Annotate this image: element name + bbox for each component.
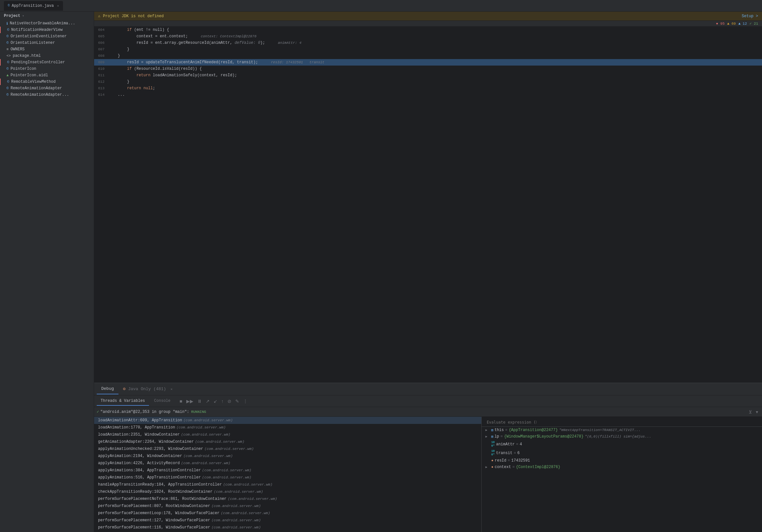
settings-button[interactable]: ✎ — [234, 398, 241, 405]
stack-frame-14[interactable]: performSurfacePlacement:127, WindowSurfa… — [94, 517, 481, 524]
code-line-607: 607 } — [94, 46, 762, 52]
code-line-605: 605 context = ent.context; context: Cont… — [94, 33, 762, 39]
project-title: Project — [4, 14, 20, 18]
frame-pkg: (com.android.server.wm) — [223, 483, 272, 487]
stop-button[interactable]: ■ — [178, 398, 183, 405]
sidebar-item-8[interactable]: ▲ PointerIcon.aidl — [0, 72, 94, 79]
stack-frame-0[interactable]: loadAnimationAttr:609, AppTransition (co… — [94, 417, 481, 424]
frame-pkg: (com.android.server.wm) — [202, 468, 252, 472]
circle-obj-icon: ● — [491, 465, 494, 469]
session-name: "android.anim"@22,353 in group "main": R… — [100, 410, 746, 414]
stack-frame-11[interactable]: performSurfacePlacementNoTrace:861, Root… — [94, 495, 481, 502]
expand-this[interactable]: ▶ — [486, 428, 490, 432]
warning-count[interactable]: ▲ 69 — [727, 22, 736, 26]
frame-pkg: (com.android.server.wm) — [221, 511, 270, 515]
stack-frame-12[interactable]: performSurfacePlacement:807, RootWindowC… — [94, 502, 481, 510]
sidebar-header[interactable]: Project ▾ — [0, 12, 94, 20]
warning-bar: ⚠ Project JDK is not defined Setup > — [94, 12, 762, 21]
pause-button[interactable]: ⏸ — [196, 398, 203, 405]
frame-label: checkAppTransitionReady:1024, RootWindow… — [98, 490, 212, 494]
step-out-button[interactable]: ↑ — [220, 398, 225, 405]
tab-close-button[interactable]: ✕ — [57, 4, 59, 8]
frame-pkg: (com.android.server.wm) — [212, 504, 261, 508]
sidebar-item-11[interactable]: © RemoteAnimationAdapter... — [0, 92, 94, 98]
sidebar-item-label: RemoteAnimationAdapter... — [11, 93, 69, 97]
stack-frame-2[interactable]: loadAnimation:2351, WindowContainer (com… — [94, 431, 481, 438]
tab-console[interactable]: Console — [150, 397, 174, 406]
filter-button[interactable]: ⊻ — [747, 409, 753, 415]
frame-pkg: (com.android.server.wm) — [183, 418, 233, 422]
sidebar-item-0[interactable]: ℹ NativeVectorDrawableAnima... — [0, 20, 94, 27]
sidebar-item-6[interactable]: © PendingInsetsController — [0, 59, 94, 66]
sidebar-item-9[interactable]: © RemotableViewMethod — [0, 79, 94, 85]
warning-icon: ⚠ — [98, 14, 100, 19]
eval-input[interactable] — [484, 419, 539, 426]
frame-pkg: (com.android.server.wm) — [177, 425, 226, 429]
setup-link[interactable]: Setup > — [742, 14, 758, 19]
tab-threads-variables[interactable]: Threads & Variables — [97, 397, 149, 406]
var-animAttr: ▶ 100⁴ animAttr = 4 — [482, 440, 762, 449]
code-line-604: 604 if (ent != null) { — [94, 27, 762, 33]
stack-frame-4[interactable]: applyAnimationUnchecked:2293, WindowCont… — [94, 445, 481, 452]
code-container: 604 if (ent != null) { 605 context = ent… — [94, 27, 762, 383]
expand-context[interactable]: ▶ — [486, 465, 490, 469]
var-this: ▶ ▤ this = {AppTransition@22477} "mNextA… — [482, 427, 762, 433]
tab-debug[interactable]: Debug — [97, 384, 118, 394]
sidebar-chevron-icon: ▾ — [22, 14, 24, 18]
tab-java-only[interactable]: ⚙ Java Only (481) ✕ — [118, 384, 177, 395]
debug-content: loadAnimationAttr:609, AppTransition (co… — [94, 417, 762, 532]
aidl-icon: ▲ — [7, 73, 9, 77]
expand-transit: ▶ — [486, 451, 490, 455]
frame-label: applyAnimations:384, AppTransitionContro… — [98, 468, 201, 473]
hint-count[interactable]: ▲ 12 — [738, 22, 747, 26]
frame-pkg: (com.android.server.wm) — [204, 447, 254, 451]
tab-java-only-label: Java Only (481) — [128, 387, 166, 392]
sidebar-item-label: PointerIcon.aidl — [11, 73, 48, 78]
java-only-close-button[interactable]: ✕ — [171, 388, 173, 391]
step-into-button[interactable]: ↙ — [212, 398, 219, 405]
stack-frame-6[interactable]: applyAnimation:4226, ActivityRecord (com… — [94, 460, 481, 467]
sidebar-item-label: NativeVectorDrawableAnima... — [10, 21, 75, 26]
mute-button[interactable]: ⊘ — [226, 398, 233, 405]
sidebar-item-label: OWNERS — [11, 47, 25, 52]
more-button[interactable]: ⋮ — [242, 398, 249, 405]
file-tab[interactable]: © AppTransition.java ✕ — [4, 1, 63, 11]
stack-frame-15[interactable]: performSurfacePlacement:116, WindowSurfa… — [94, 524, 481, 531]
step-over-button[interactable]: ↗ — [204, 398, 211, 405]
sidebar-item-4[interactable]: ≡ OWNERS — [0, 46, 94, 52]
stack-frame-9[interactable]: handleAppTransitionReady:184, AppTransit… — [94, 481, 481, 488]
expand-lp[interactable]: ▶ — [486, 435, 490, 438]
ok-count[interactable]: ✓ 21 — [750, 22, 758, 26]
error-count[interactable]: ● 95 — [716, 22, 724, 26]
warning-message: Project JDK is not defined — [103, 14, 164, 19]
sidebar-item-5[interactable]: <> package.html — [0, 52, 94, 59]
tab-threads-variables-label: Threads & Variables — [101, 399, 145, 403]
frame-pkg: (com.android.server.wm) — [212, 525, 261, 529]
stack-frame-13[interactable]: performSurfacePlacementLoop:178, WindowS… — [94, 510, 481, 517]
frame-pkg: (com.android.server.wm) — [212, 518, 261, 522]
int-icon: 100⁴ — [491, 441, 495, 448]
stack-frame-10[interactable]: checkAppTransitionReady:1024, RootWindow… — [94, 488, 481, 495]
sidebar-item-1[interactable]: © NotificationHeaderView — [0, 27, 94, 33]
sidebar-item-7[interactable]: © PointerIcon — [0, 66, 94, 72]
stack-frame-5[interactable]: applyAnimation:2194, WindowContainer (co… — [94, 452, 481, 460]
top-bar: © AppTransition.java ✕ — [0, 0, 762, 12]
stack-frame-3[interactable]: getAnimationAdapter:2264, WindowContaine… — [94, 438, 481, 445]
stack-frame-7[interactable]: applyAnimations:384, AppTransitionContro… — [94, 467, 481, 474]
code-line-612: 612 } — [94, 79, 762, 85]
sidebar-item-label: RemotableViewMethod — [11, 80, 56, 84]
stack-frame-8[interactable]: applyAnimations:516, AppTransitionContro… — [94, 474, 481, 481]
editor-area: ⚠ Project JDK is not defined Setup > ● 9… — [94, 12, 762, 532]
stack-frame-1[interactable]: loadAnimation:1770, AppTransition (com.a… — [94, 424, 481, 431]
resume-button[interactable]: ▶▶ — [185, 398, 195, 405]
dropdown-button[interactable]: ▾ — [755, 409, 759, 415]
sidebar-item-label: PendingInsetsController — [11, 60, 65, 65]
sidebar-item-10[interactable]: © RemoteAnimationAdapter — [0, 85, 94, 92]
sidebar-item-2[interactable]: © OrientationEventListener — [0, 33, 94, 39]
class-icon: © — [7, 67, 9, 71]
tab-console-label: Console — [154, 399, 170, 403]
debug-main-tabs: Debug ⚙ Java Only (481) ✕ — [94, 383, 762, 395]
frame-pkg: (com.android.server.wm) — [183, 454, 233, 458]
session-checkmark: ✓ — [97, 409, 99, 414]
sidebar-item-3[interactable]: © OrientationListener — [0, 39, 94, 46]
